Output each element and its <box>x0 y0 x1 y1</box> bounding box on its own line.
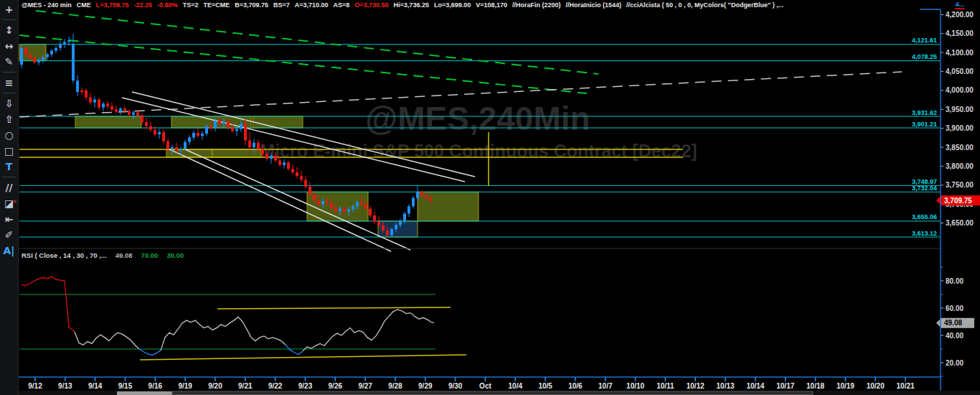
candle <box>352 206 354 209</box>
candle <box>63 42 66 44</box>
candle <box>253 143 255 147</box>
svg-text:9/13: 9/13 <box>58 382 72 390</box>
rsi-label: RSI ( Close , 14 , 30 , 70 ,... <box>22 251 107 259</box>
candle <box>46 55 49 57</box>
svg-text:3,709.75: 3,709.75 <box>944 197 972 205</box>
candle <box>42 57 44 60</box>
svg-text:4,200.00: 4,200.00 <box>946 11 974 19</box>
candle <box>343 209 346 212</box>
candle <box>80 90 83 92</box>
price-chart[interactable]: @MES,240MinMicro E-mini S&P 500 Continuo… <box>0 0 980 395</box>
header-overflow-indicator[interactable]: 4... <box>955 1 964 9</box>
candle <box>98 100 100 108</box>
candle <box>72 45 75 81</box>
svg-text:10/13: 10/13 <box>717 382 735 390</box>
candle <box>308 187 311 195</box>
svg-text:@MES,240Min: @MES,240Min <box>365 100 590 137</box>
candle <box>425 196 428 198</box>
svg-text:9/27: 9/27 <box>358 382 372 390</box>
candle <box>145 122 148 126</box>
quote-field: //HoraInicio (1544) <box>566 1 622 9</box>
candle <box>261 149 264 154</box>
toolbar-separator <box>3 72 16 73</box>
candle <box>296 172 298 176</box>
quote-field: BS=7 <box>273 1 290 9</box>
candle <box>244 124 247 140</box>
candle <box>154 130 156 134</box>
svg-text:20.00: 20.00 <box>946 359 963 367</box>
arrow-up-tool-icon[interactable]: ⇧ <box>1 111 18 127</box>
candle <box>24 48 27 55</box>
svg-text:10/7: 10/7 <box>598 382 613 390</box>
toolbar-separator <box>3 93 16 93</box>
rsi-line <box>303 310 434 351</box>
quote-field: -22.25 <box>134 1 153 9</box>
rsi-pane <box>19 276 466 360</box>
horizontal-scale-tool-icon[interactable]: ↔ <box>1 38 18 54</box>
quote-field: TE=CME <box>203 1 230 9</box>
candle <box>85 90 88 97</box>
candle <box>89 97 92 102</box>
ellipse-tool-icon[interactable]: ○ <box>1 127 18 143</box>
trendline-tool-icon[interactable]: ✎ <box>1 54 18 70</box>
trading-app-window: +↕↔✎≡⇩⇧○□T//◪✕⇤✐A| @MES - 240 minCMEL=3,… <box>0 0 980 395</box>
candle <box>369 209 372 215</box>
toolbar-separator <box>3 177 16 177</box>
zone-box <box>253 116 303 128</box>
svg-text:10/10: 10/10 <box>626 382 644 390</box>
candle <box>326 201 329 203</box>
pen-tool-icon[interactable]: ✐ <box>1 227 18 243</box>
horizontal-scrollbar[interactable] <box>0 391 980 395</box>
candle <box>403 213 406 221</box>
horizontal-lines-tool-icon[interactable]: ≡ <box>1 75 18 90</box>
quote-field: AS=8 <box>334 1 350 9</box>
rsi-indicator-legend: RSI ( Close , 14 , 30 , 70 ,... 49.08 70… <box>22 251 184 259</box>
snap-left-tool-icon[interactable]: ⇤ <box>1 211 18 227</box>
arrow-down-tool-icon[interactable]: ⇩ <box>1 96 18 111</box>
rsi-line <box>286 345 303 354</box>
svg-text:4,050.00: 4,050.00 <box>946 68 974 75</box>
drawing-toolbar: +↕↔✎≡⇩⇧○□T//◪✕⇤✐A| <box>0 0 19 395</box>
candle <box>291 169 294 172</box>
rsi-value-tag: 49.08 <box>936 318 974 328</box>
parallel-lines-tool-icon[interactable]: // <box>1 180 18 195</box>
svg-text:10/14: 10/14 <box>746 382 764 390</box>
vertical-scale-tool-icon[interactable]: ↕ <box>1 22 18 38</box>
candle <box>274 156 277 161</box>
candle <box>227 121 230 127</box>
time-axis[interactable]: ◂9/129/139/149/159/169/199/209/219/229/2… <box>7 377 915 390</box>
svg-text:10/11: 10/11 <box>656 382 674 390</box>
candle <box>412 198 415 207</box>
quote-field: -0.60% <box>157 1 178 9</box>
text-tool-icon[interactable]: T <box>1 159 18 175</box>
candle <box>339 209 341 211</box>
svg-text:10/12: 10/12 <box>687 382 705 390</box>
candle <box>179 149 182 150</box>
rectangle-tool-icon[interactable]: □ <box>1 143 18 159</box>
candle <box>407 206 410 213</box>
crosshair-tool-icon[interactable]: + <box>1 1 18 17</box>
svg-text:3,800.00: 3,800.00 <box>946 162 974 170</box>
candle <box>29 55 32 57</box>
svg-text:80.00: 80.00 <box>946 277 963 285</box>
quote-field: B=3,709.75 <box>235 1 268 9</box>
eraser-tool-icon[interactable]: ◪✕ <box>1 195 18 211</box>
svg-text:3,950.00: 3,950.00 <box>946 106 974 113</box>
candle <box>313 195 316 200</box>
label-tool-icon[interactable]: A| <box>1 243 18 259</box>
svg-text:Micro E-mini S&P 500 Continuou: Micro E-mini S&P 500 Continuous Contract… <box>260 141 697 161</box>
svg-text:4,121.61: 4,121.61 <box>912 37 937 44</box>
price-axis[interactable]: 4,200.004,150.004,100.004,050.004,000.00… <box>941 11 974 227</box>
candle <box>420 192 423 195</box>
candle <box>158 132 161 134</box>
svg-text:60.00: 60.00 <box>946 305 963 312</box>
candle <box>128 111 131 114</box>
candle <box>106 103 109 106</box>
candle <box>132 113 135 115</box>
quote-field: //cciAlcista ( 50 , 0 , 0, MyColors( "Do… <box>626 1 783 9</box>
quote-header: @MES - 240 minCMEL=3,709.75-22.25-0.60%T… <box>22 1 973 9</box>
rsi-overbought-value: 70.00 <box>141 251 159 259</box>
candle <box>76 80 79 92</box>
svg-text:4,000.00: 4,000.00 <box>946 86 974 94</box>
quote-field: O=3,730.50 <box>354 1 388 9</box>
